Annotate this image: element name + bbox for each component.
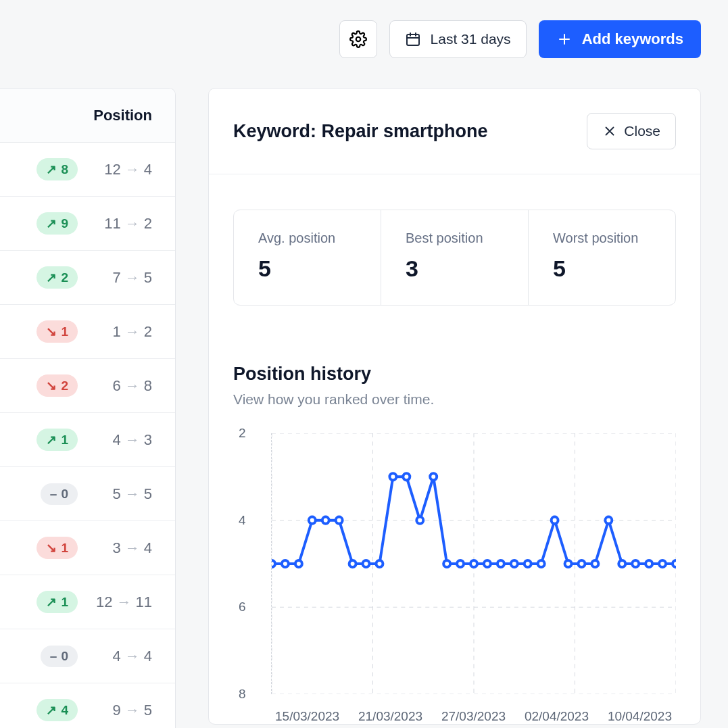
stat-worst: Worst position 5 (528, 210, 675, 305)
position-history-chart: 15/03/202321/03/202327/03/202302/04/2023… (233, 433, 676, 724)
arrow-right-icon: → (125, 539, 140, 557)
data-point (605, 517, 612, 524)
position-change: 3→4 (93, 539, 152, 557)
y-tick-label: 8 (239, 687, 246, 702)
arrow-right-icon: → (125, 323, 140, 341)
stat-avg-value: 5 (258, 256, 356, 282)
to-value: 5 (144, 702, 152, 719)
stat-best-label: Best position (406, 230, 504, 246)
position-row[interactable]: 04→4 (0, 629, 175, 683)
change-delta: 4 (61, 703, 68, 718)
from-value: 7 (113, 269, 121, 287)
position-row[interactable]: 26→8 (0, 359, 175, 413)
data-point (632, 560, 639, 567)
position-panel: Position 812→4911→227→511→226→814→305→51… (0, 88, 176, 728)
data-point (498, 560, 504, 567)
stat-best: Best position 3 (381, 210, 528, 305)
data-point (430, 473, 437, 480)
to-value: 11 (136, 593, 152, 611)
position-change: 5→5 (93, 485, 152, 503)
from-value: 6 (113, 377, 121, 395)
change-badge: 1 (37, 591, 78, 613)
arrow-down-icon (46, 378, 57, 393)
add-keywords-button[interactable]: Add keywords (539, 20, 701, 58)
to-value: 2 (144, 215, 152, 233)
page-header: Last 31 days Add keywords (0, 0, 728, 88)
change-delta: 1 (61, 433, 68, 447)
arrow-right-icon: → (125, 431, 140, 449)
data-point (659, 560, 666, 567)
data-point (309, 517, 316, 524)
data-point (511, 560, 518, 567)
arrow-right-icon: → (117, 593, 132, 611)
y-tick-label: 2 (239, 426, 246, 441)
data-point (484, 560, 491, 567)
stat-avg: Avg. position 5 (234, 210, 381, 305)
position-change: 12→4 (93, 161, 152, 178)
position-row[interactable]: 13→4 (0, 521, 175, 575)
data-point (363, 560, 370, 567)
change-badge: 2 (37, 266, 78, 289)
history-subtitle: View how you ranked over time. (233, 391, 676, 408)
position-row[interactable]: 11→2 (0, 305, 175, 359)
position-row[interactable]: 27→5 (0, 251, 175, 305)
stat-avg-label: Avg. position (258, 230, 356, 246)
from-value: 11 (104, 215, 120, 233)
dash-icon (50, 487, 57, 502)
position-row[interactable]: 14→3 (0, 413, 175, 467)
data-point (538, 560, 545, 567)
change-badge: 1 (37, 320, 78, 343)
change-badge: 1 (37, 429, 78, 451)
close-label: Close (624, 123, 660, 139)
settings-button[interactable] (339, 20, 377, 58)
from-value: 4 (113, 648, 121, 665)
arrow-right-icon: → (125, 161, 140, 178)
data-point (295, 560, 302, 567)
svg-point-0 (356, 37, 360, 42)
change-delta: 1 (61, 541, 68, 556)
change-badge: 0 (41, 646, 78, 667)
arrow-up-icon (46, 270, 57, 285)
x-tick-label: 10/04/2023 (608, 709, 672, 724)
gear-icon (349, 30, 367, 48)
x-tick-label: 02/04/2023 (525, 709, 589, 724)
from-value: 9 (113, 702, 121, 719)
to-value: 4 (144, 648, 152, 665)
close-button[interactable]: Close (587, 113, 676, 149)
change-delta: 8 (61, 162, 68, 177)
change-delta: 1 (61, 595, 68, 610)
to-value: 5 (144, 485, 152, 503)
x-tick-label: 15/03/2023 (275, 709, 339, 724)
stats-row: Avg. position 5 Best position 3 Worst po… (233, 210, 676, 306)
x-tick-label: 21/03/2023 (358, 709, 422, 724)
change-delta: 2 (61, 270, 68, 285)
to-value: 2 (144, 323, 152, 341)
arrow-up-icon (46, 216, 57, 231)
dash-icon (50, 649, 57, 664)
data-point (322, 517, 329, 524)
to-value: 4 (144, 161, 152, 178)
arrow-right-icon: → (125, 377, 140, 395)
data-point (416, 517, 423, 524)
y-tick-label: 6 (239, 600, 246, 614)
position-change: 11→2 (93, 215, 152, 233)
close-icon (602, 124, 617, 139)
arrow-down-icon (46, 540, 57, 556)
position-row[interactable]: 49→5 (0, 683, 175, 728)
position-row[interactable]: 812→4 (0, 143, 175, 197)
data-point (443, 560, 450, 567)
date-range-button[interactable]: Last 31 days (389, 20, 527, 58)
data-point (376, 560, 383, 567)
date-range-label: Last 31 days (431, 31, 511, 47)
arrow-up-icon (46, 702, 57, 718)
calendar-icon (405, 31, 421, 47)
arrow-right-icon: → (125, 269, 140, 287)
position-row[interactable]: 112→11 (0, 575, 175, 629)
data-point (389, 473, 396, 480)
position-row[interactable]: 911→2 (0, 197, 175, 251)
change-badge: 1 (37, 537, 78, 559)
position-row[interactable]: 05→5 (0, 467, 175, 521)
change-delta: 2 (61, 379, 68, 393)
position-change: 12→11 (93, 593, 152, 611)
from-value: 12 (104, 161, 120, 178)
